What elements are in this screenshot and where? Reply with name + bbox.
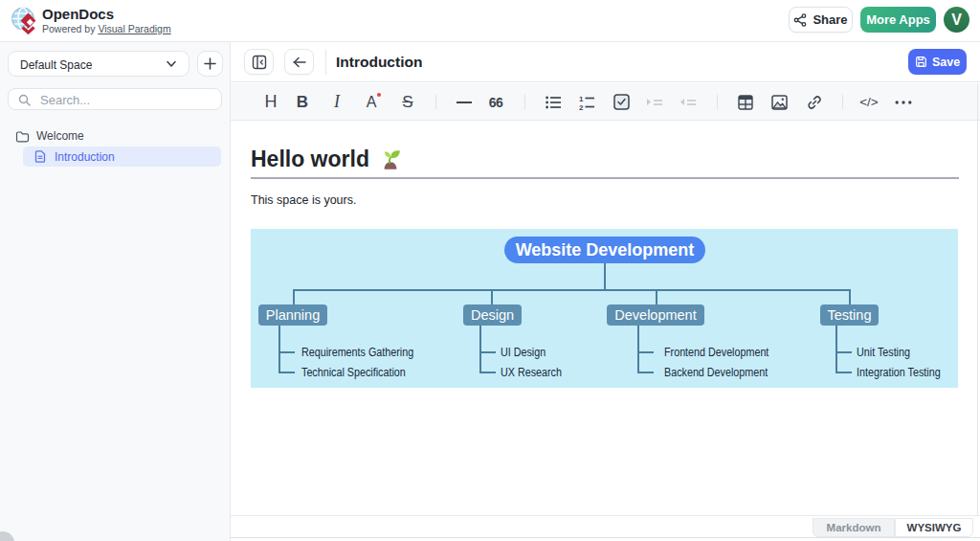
svg-text:1: 1: [579, 95, 584, 103]
svg-text:2: 2: [579, 102, 584, 110]
